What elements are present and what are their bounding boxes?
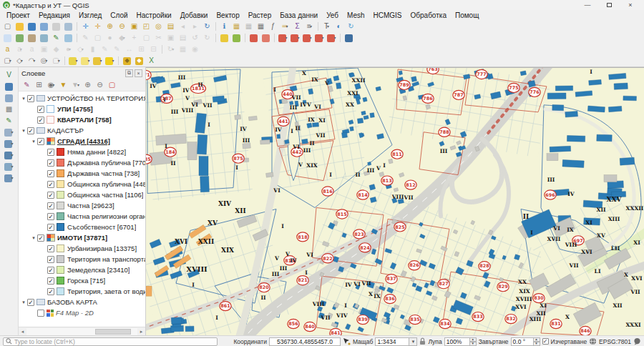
- expand-arrow-icon[interactable]: ▾: [30, 235, 37, 241]
- filter-layer-3-icon[interactable]: ▾: [92, 56, 103, 66]
- layer-tree-row[interactable]: ✓Държавна частна [738]: [19, 168, 145, 179]
- layer-visibility-checkbox[interactable]: ✓: [47, 202, 54, 209]
- hcmgis-download-icon[interactable]: ◆: [134, 56, 145, 66]
- extents-toggle-icon[interactable]: [343, 337, 351, 345]
- menu-item-1[interactable]: Проект: [2, 10, 34, 21]
- layer-visibility-checkbox[interactable]: ✓: [47, 159, 54, 167]
- layer-tree-row[interactable]: ✓Съсобственост [6701]: [19, 222, 145, 232]
- identify-features-icon[interactable]: ℹ: [219, 21, 230, 31]
- render-checkbox[interactable]: ✓: [542, 338, 549, 345]
- bookmarks-icon[interactable]: ≡▾: [304, 21, 315, 31]
- plugin-tool-3-icon[interactable]: ▾: [278, 33, 288, 43]
- layer-visibility-checkbox[interactable]: ✓: [47, 149, 54, 156]
- minimize-button[interactable]: —: [577, 1, 598, 10]
- layer-visibility-checkbox[interactable]: ✓: [47, 256, 54, 263]
- layer-tree-row[interactable]: ✓Частна религиозни организации [30]: [19, 211, 145, 222]
- plugin-tool-6-icon[interactable]: ▾: [314, 33, 325, 43]
- layer-visibility-checkbox[interactable]: ✓: [47, 288, 54, 295]
- zoom-to-selection-icon[interactable]: ◎: [153, 21, 164, 31]
- new-print-layout-icon[interactable]: [51, 21, 62, 31]
- lock-scale-icon[interactable]: [419, 337, 426, 345]
- data-source-manager-icon[interactable]: [2, 33, 13, 43]
- rotation-spinbox[interactable]: 0.0 °: [511, 337, 534, 346]
- add-raster-layer-icon[interactable]: [26, 33, 37, 43]
- layer-tree-row[interactable]: ✓Общинска частна [1106]: [19, 189, 145, 200]
- select-rectangle-icon[interactable]: ▢▾: [2, 56, 13, 66]
- refresh-icon[interactable]: ↻: [202, 21, 213, 31]
- layer-group-row[interactable]: ▾✓БАЗОВА КАРТА: [19, 297, 145, 307]
- processing-toolbox-icon[interactable]: X: [146, 56, 157, 66]
- add-spatialite-icon[interactable]: ▾: [4, 127, 14, 137]
- refresh-map-icon[interactable]: ↻: [346, 21, 356, 31]
- statistics-icon[interactable]: Σ: [292, 21, 303, 31]
- layer-visibility-checkbox[interactable]: ✓: [37, 106, 44, 113]
- layer-tree-row[interactable]: ✓Общинска публична [448]: [19, 179, 145, 189]
- layer-visibility-checkbox[interactable]: ✓: [47, 267, 54, 274]
- open-project-icon[interactable]: [14, 21, 25, 31]
- add-vector-side-icon[interactable]: [4, 81, 14, 92]
- add-mesh-layer-icon[interactable]: [39, 33, 49, 43]
- layer-tree-row[interactable]: ✓Горска [715]: [19, 275, 145, 286]
- scroll-left-icon[interactable]: ◂: [19, 329, 26, 335]
- save-project-as-icon[interactable]: [39, 21, 49, 31]
- open-attribute-table-icon[interactable]: ▦: [255, 21, 266, 31]
- plugin-tool-1-icon[interactable]: [248, 33, 259, 43]
- expand-arrow-icon[interactable]: ▾: [20, 300, 27, 305]
- messages-icon[interactable]: [633, 337, 641, 345]
- layer-tree-row[interactable]: ✓УПИ [4755]: [19, 104, 145, 114]
- zoom-to-layer-icon[interactable]: ▤: [165, 21, 176, 31]
- layer-group-row[interactable]: ▾✓КАДАСТЪР: [19, 125, 145, 136]
- deselect-features-icon[interactable]: ▦: [243, 21, 254, 31]
- field-calculator-icon[interactable]: ƒ: [268, 21, 278, 31]
- maximize-button[interactable]: [598, 1, 620, 10]
- layer-visibility-checkbox[interactable]: ✓: [27, 299, 34, 306]
- magnifier-spinbox[interactable]: 100%: [444, 337, 470, 346]
- hcmgis-tool-1-icon[interactable]: [219, 33, 230, 43]
- menu-item-14[interactable]: Помощ: [451, 10, 483, 21]
- hcmgis-tool-2-icon[interactable]: [231, 33, 242, 43]
- layers-panel-hscrollbar[interactable]: ◂ ▸: [19, 327, 145, 335]
- zoom-in-icon[interactable]: ⊕: [104, 21, 115, 31]
- add-wfs-icon[interactable]: ▾: [4, 162, 14, 172]
- scale-dropdown-icon[interactable]: ▼: [409, 337, 417, 346]
- expand-arrow-icon[interactable]: ▾: [30, 139, 37, 144]
- select-freehand-icon[interactable]: ◠▾: [26, 56, 37, 66]
- labeling-options-icon[interactable]: a: [2, 44, 13, 54]
- crs-label[interactable]: EPSG:7801: [599, 338, 631, 345]
- locator-input[interactable]: Type to locate (Ctrl+K): [3, 337, 218, 346]
- hcmgis-basemap-icon[interactable]: ◆: [122, 56, 132, 66]
- coordinates-input[interactable]: 536730.4,4855457.0: [269, 337, 341, 346]
- add-group-icon[interactable]: ⊞: [34, 80, 44, 90]
- add-wms-icon[interactable]: ▾: [4, 150, 14, 160]
- filter-layer-2-icon[interactable]: ▾: [80, 56, 91, 66]
- pan-map-icon[interactable]: ✛: [80, 21, 91, 31]
- menu-item-5[interactable]: Настройки: [132, 10, 176, 21]
- panel-float-button[interactable]: ⧉: [125, 69, 133, 77]
- menu-item-10[interactable]: Уеб: [322, 10, 343, 21]
- add-arcgis-icon[interactable]: ▾: [4, 173, 14, 183]
- filter-layer-4-icon[interactable]: ▾: [104, 56, 115, 66]
- save-project-icon[interactable]: [26, 21, 37, 31]
- collapse-all-icon[interactable]: ⊖: [94, 80, 105, 90]
- layer-visibility-checkbox[interactable]: ✓: [47, 192, 54, 199]
- layer-tree-row[interactable]: ✓Земеделска [23410]: [19, 265, 145, 275]
- layer-tree-row[interactable]: ✓Територия на транспорта [249]: [19, 254, 145, 265]
- menu-item-6[interactable]: Добавки: [176, 10, 213, 21]
- plugin-tool-7-icon[interactable]: ▾: [326, 33, 337, 43]
- layer-visibility-checkbox[interactable]: ✓: [47, 181, 54, 188]
- manage-themes-icon[interactable]: ◉▾: [46, 80, 57, 90]
- scroll-right-icon[interactable]: ▸: [137, 329, 145, 335]
- menu-item-7[interactable]: Вектор: [212, 10, 243, 21]
- pan-to-selection-icon[interactable]: ✛: [92, 21, 103, 31]
- expand-all-icon[interactable]: ⊕: [82, 80, 93, 90]
- menu-item-12[interactable]: HCMGIS: [369, 10, 406, 21]
- layer-tree-row[interactable]: ▾✓ИМОТИ [37871]: [19, 232, 145, 243]
- layer-visibility-checkbox[interactable]: ✓: [27, 95, 34, 102]
- layer-visibility-checkbox[interactable]: [37, 310, 44, 317]
- add-delimited-side-icon[interactable]: ✎: [4, 116, 14, 126]
- add-delimited-text-icon[interactable]: ✎: [51, 33, 62, 43]
- layer-tree-row[interactable]: F4 Map - 2D: [19, 307, 145, 318]
- layer-visibility-checkbox[interactable]: ✓: [27, 127, 34, 134]
- select-features-icon[interactable]: ▦: [231, 21, 242, 31]
- expand-arrow-icon[interactable]: ▾: [20, 128, 27, 134]
